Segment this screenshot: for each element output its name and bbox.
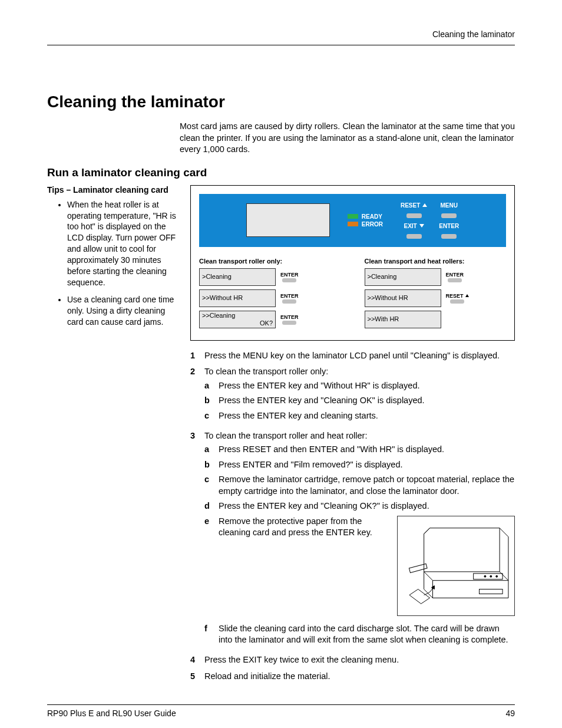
enter-label: ENTER	[439, 223, 459, 229]
sub-step: Press ENTER and "Film removed?" is displ…	[204, 459, 515, 471]
two-column-layout: Tips – Laminator cleaning card When the …	[47, 185, 515, 687]
sub-steps: Press RESET and then ENTER and "With HR"…	[204, 444, 515, 646]
main-column: READY ERROR RESET EXIT MENU	[190, 185, 515, 687]
step: To clean the transport roller only: Pres…	[190, 366, 515, 425]
mini-lcd: >>Without HR	[199, 289, 276, 307]
intro-row: Most card jams are caused by dirty rolle…	[47, 121, 515, 156]
ready-label: READY	[362, 213, 382, 220]
svg-point-5	[490, 575, 492, 577]
running-header: Cleaning the laminator	[47, 29, 515, 39]
section-title: Run a laminator cleaning card	[47, 166, 515, 179]
tips-sidebar: Tips – Laminator cleaning card When the …	[47, 185, 180, 687]
reset-label: RESET	[401, 202, 420, 209]
step-text: To clean the transport roller only:	[204, 367, 328, 376]
laminator-panel: READY ERROR RESET EXIT MENU	[199, 194, 506, 247]
ready-led	[348, 214, 358, 219]
error-label: ERROR	[362, 221, 383, 228]
page-title: Cleaning the laminator	[47, 93, 515, 111]
svg-point-4	[484, 575, 486, 577]
svg-rect-1	[409, 564, 427, 572]
sidebar-title: Tips – Laminator cleaning card	[47, 185, 180, 195]
enter-mini-label: ENTER	[280, 314, 299, 320]
step: Press the EXIT key twice to exit the cle…	[190, 654, 515, 666]
sub-step: Remove the laminator cartridge, remove p…	[204, 474, 515, 497]
sub-step: Press the ENTER key and cleaning starts.	[204, 410, 515, 422]
sub-step: Slide the cleaning card into the card di…	[204, 623, 515, 646]
enter-mini-label: ENTER	[280, 272, 299, 278]
error-led	[348, 222, 358, 226]
mini-button-graphic	[282, 321, 296, 325]
footer: RP90 Plus E and RL90 User Guide 49	[47, 709, 515, 718]
arrow-up-icon	[422, 203, 427, 207]
menu-label: MENU	[441, 202, 458, 209]
arrow-up-icon	[465, 294, 469, 297]
sub-step: Press the ENTER key and "Cleaning OK" is…	[204, 395, 515, 407]
svg-point-6	[496, 575, 498, 577]
enter-mini-label: ENTER	[280, 293, 299, 299]
exit-button-graphic	[406, 234, 422, 239]
enter-mini-label: ENTER	[446, 272, 464, 278]
svg-rect-0	[474, 574, 503, 579]
footer-rule	[47, 704, 515, 705]
mini-button-graphic	[448, 278, 462, 282]
footer-doc-title: RP90 Plus E and RL90 User Guide	[47, 709, 176, 718]
mini-lcd: >>With HR	[365, 311, 441, 328]
lcd-figure: READY ERROR RESET EXIT MENU	[190, 185, 515, 341]
mini-button-graphic	[450, 299, 464, 304]
status-leds: READY ERROR	[348, 213, 383, 228]
enter-button-graphic	[441, 234, 457, 239]
sub-step: Press the ENTER key and "Without HR" is …	[204, 380, 515, 392]
mini-button-graphic	[282, 278, 296, 282]
step-text: To clean the transport roller and heat r…	[204, 431, 367, 440]
intro-text: Most card jams are caused by dirty rolle…	[180, 121, 515, 156]
mini-lcd: >>CleaningOK?	[199, 311, 276, 328]
mini-button-graphic	[282, 299, 296, 304]
sub-steps: Press the ENTER key and "Without HR" is …	[204, 380, 515, 422]
reset-button-graphic	[406, 213, 422, 218]
step: Press the MENU key on the laminator LCD …	[190, 350, 515, 362]
step: To clean the transport roller and heat r…	[190, 430, 515, 650]
lcd-screen	[246, 203, 330, 237]
mini-lcd: >Cleaning	[365, 268, 441, 286]
sequence-columns: Clean transport roller only: >Cleaning E…	[199, 258, 506, 332]
intro-spacer	[47, 121, 180, 156]
panel-buttons: RESET EXIT MENU ENTER	[401, 202, 459, 239]
sub-step-text: Remove the protective paper from the cle…	[219, 516, 372, 538]
sidebar-list: When the heat roller is at operating tem…	[47, 199, 180, 328]
reset-mini-label: RESET	[446, 293, 464, 299]
document-page: Cleaning the laminator Cleaning the lami…	[0, 0, 562, 728]
sequence-right: Clean transport and heat rollers: >Clean…	[365, 258, 507, 332]
header-rule	[47, 45, 515, 45]
seq-left-title: Clean transport roller only:	[199, 258, 341, 265]
arrow-down-icon	[419, 224, 424, 228]
sub-step: Press the ENTER key and "Cleaning OK?" i…	[204, 500, 515, 512]
printer-illustration	[397, 516, 515, 616]
sidebar-bullet: Use a cleaning card one time only. Using…	[67, 294, 180, 328]
sequence-left: Clean transport roller only: >Cleaning E…	[199, 258, 341, 332]
svg-rect-3	[480, 589, 503, 594]
sub-step: Remove the protective paper from the cle…	[204, 516, 515, 620]
footer-page-number: 49	[505, 709, 515, 718]
sidebar-bullet: When the heat roller is at operating tem…	[67, 199, 180, 288]
steps-list: Press the MENU key on the laminator LCD …	[190, 350, 515, 682]
svg-marker-2	[431, 585, 434, 589]
menu-button-graphic	[441, 213, 457, 218]
mini-lcd: >>Without HR	[365, 289, 441, 307]
step: Reload and initialize the material.	[190, 671, 515, 683]
exit-label: EXIT	[404, 223, 416, 229]
sub-step: Press RESET and then ENTER and "With HR"…	[204, 444, 515, 456]
mini-lcd: >Cleaning	[199, 268, 276, 286]
printer-svg	[398, 516, 514, 615]
seq-right-title: Clean transport and heat rollers:	[365, 258, 507, 265]
